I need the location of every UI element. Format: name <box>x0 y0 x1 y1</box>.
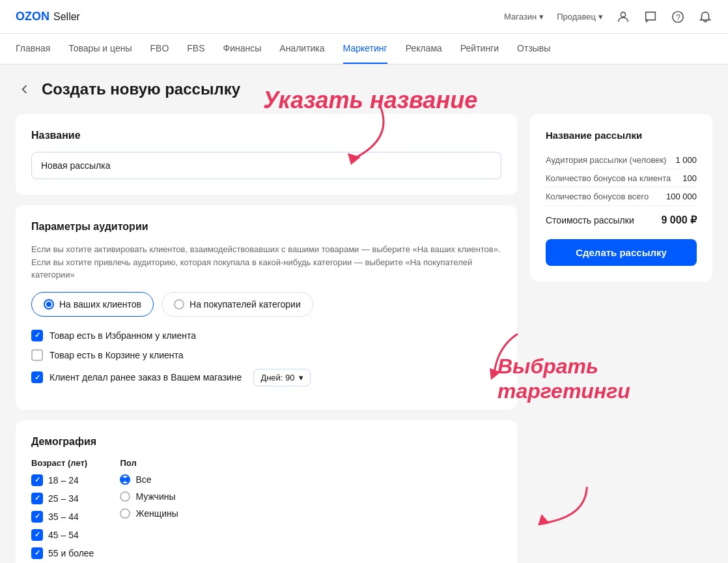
age-35-44: 35 – 44 <box>31 511 94 523</box>
age-25-34: 25 – 34 <box>31 493 94 504</box>
svg-text:?: ? <box>676 12 680 22</box>
audience-desc: Если вы хотите активировать клиентов, вз… <box>31 243 501 282</box>
audience-card: Параметры аудитории Если вы хотите актив… <box>16 205 517 410</box>
summary-row-audience: Аудитория рассылки (человек) 1 000 <box>546 151 697 169</box>
header: OZON Seller Магазин ▾ Продавец ▾ ? <box>0 0 728 34</box>
summary-bonuses-total-value: 100 000 <box>666 192 697 201</box>
checkbox-favorites-label: Товар есть в Избранном у клиента <box>49 330 196 341</box>
days-dropdown[interactable]: Дней: 90 ▾ <box>253 369 310 386</box>
age-45-54-checkbox[interactable] <box>31 529 43 541</box>
page-wrapper: Указать название Выбрать таргетинги Созд… <box>16 80 712 563</box>
nav-analytics[interactable]: Аналитика <box>279 34 324 64</box>
age-35-44-label: 35 – 44 <box>48 512 79 522</box>
svg-point-0 <box>621 12 625 16</box>
summary-card: Название рассылки Аудитория рассылки (че… <box>530 114 712 282</box>
gender-all-radio[interactable] <box>120 474 130 485</box>
gender-female: Женщины <box>120 508 178 519</box>
notification-icon[interactable] <box>698 10 712 24</box>
seller-menu[interactable]: Продавец ▾ <box>557 12 603 22</box>
radio-cat-label: На покупателей категории <box>189 299 301 310</box>
name-card: Название <box>16 114 517 195</box>
nav-home[interactable]: Главная <box>16 34 50 64</box>
demo-grid: Возраст (лет) 18 – 24 25 – 34 <box>31 458 501 564</box>
radio-category-customers[interactable]: На покупателей категории <box>161 292 313 317</box>
age-18-24: 18 – 24 <box>31 474 94 486</box>
age-18-24-checkbox[interactable] <box>31 474 43 486</box>
age-title: Возраст (лет) <box>31 458 94 468</box>
checkbox-favorites: Товар есть в Избранном у клиента <box>31 330 501 341</box>
page: Указать название Выбрать таргетинги Созд… <box>0 65 728 563</box>
summary-bonuses-total-label: Количество бонусов всего <box>546 192 649 201</box>
nav-fbs[interactable]: FBS <box>187 34 204 64</box>
days-chevron-icon: ▾ <box>299 373 303 383</box>
days-label: Дней: 90 <box>260 373 294 383</box>
gender-all: Все <box>120 474 178 485</box>
shop-menu[interactable]: Магазин ▾ <box>504 12 544 22</box>
radio-own-dot <box>44 299 54 310</box>
back-button[interactable] <box>16 80 34 98</box>
gender-all-label: Все <box>135 474 151 485</box>
checkbox-orders: Клиент делал ранее заказ в Вашем магазин… <box>31 369 501 386</box>
nav-marketing[interactable]: Маркетинг <box>343 34 387 64</box>
logo-seller: Seller <box>53 11 80 23</box>
nav: Главная Товары и цены FBO FBS Финансы Ан… <box>0 34 728 65</box>
age-55-plus-checkbox[interactable] <box>31 547 43 559</box>
checkbox-cart: Товар есть в Корзине у клиента <box>31 349 501 361</box>
audience-radio-group: На ваших клиентов На покупателей категор… <box>31 292 501 317</box>
gender-title: Пол <box>120 458 178 468</box>
demographics-card: Демография Возраст (лет) 18 – 24 25 – 34 <box>16 420 517 564</box>
left-column: Название Параметры аудитории Если вы хот… <box>16 114 517 563</box>
gender-male-radio[interactable] <box>120 491 130 502</box>
summary-title: Название рассылки <box>546 130 697 141</box>
cost-row: Стоимость рассылки 9 000 ₽ <box>546 214 697 226</box>
nav-fbo[interactable]: FBO <box>150 34 169 64</box>
nav-reviews[interactable]: Отзывы <box>517 34 550 64</box>
submit-button[interactable]: Сделать рассылку <box>546 239 697 266</box>
age-column: Возраст (лет) 18 – 24 25 – 34 <box>31 458 94 564</box>
nav-ads[interactable]: Реклама <box>406 34 442 64</box>
checkbox-cart-input[interactable] <box>31 349 43 361</box>
age-25-34-label: 25 – 34 <box>48 493 79 504</box>
summary-bonuses-per-label: Количество бонусов на клиента <box>546 173 671 183</box>
cost-label: Стоимость рассылки <box>546 215 634 225</box>
gender-female-label: Женщины <box>135 508 178 519</box>
age-55-plus-label: 55 и более <box>48 548 94 558</box>
nav-products[interactable]: Товары и цены <box>68 34 132 64</box>
logo-ozon: OZON <box>16 10 49 23</box>
user-icon[interactable] <box>616 10 630 24</box>
summary-bonuses-per-value: 100 <box>682 173 697 183</box>
demographics-title: Демография <box>31 436 501 448</box>
right-column: Название рассылки Аудитория рассылки (че… <box>530 114 712 563</box>
logo: OZON Seller <box>16 10 80 23</box>
checkbox-favorites-input[interactable] <box>31 330 43 341</box>
gender-male: Мужчины <box>120 491 178 502</box>
gender-male-label: Мужчины <box>135 491 175 502</box>
age-45-54: 45 – 54 <box>31 529 94 541</box>
content-layout: Название Параметры аудитории Если вы хот… <box>16 114 712 563</box>
age-25-34-checkbox[interactable] <box>31 493 43 504</box>
summary-audience-label: Аудитория рассылки (человек) <box>546 155 666 165</box>
radio-own-label: На ваших клиентов <box>59 299 141 310</box>
audience-title: Параметры аудитории <box>31 221 501 233</box>
summary-row-bonuses-total: Количество бонусов всего 100 000 <box>546 188 697 206</box>
nav-ratings[interactable]: Рейтинги <box>460 34 499 64</box>
gender-column: Пол Все Мужчины Женщины <box>120 458 178 564</box>
help-icon[interactable]: ? <box>671 10 685 24</box>
age-18-24-label: 18 – 24 <box>48 475 79 485</box>
radio-own-customers[interactable]: На ваших клиентов <box>31 292 154 317</box>
header-right: Магазин ▾ Продавец ▾ ? <box>504 10 712 24</box>
name-section-title: Название <box>31 130 501 141</box>
nav-finance[interactable]: Финансы <box>223 34 262 64</box>
radio-cat-dot <box>174 299 184 310</box>
chat-icon[interactable] <box>643 10 658 24</box>
checkbox-orders-label: Клиент делал ранее заказ в Вашем магазин… <box>49 372 242 383</box>
age-35-44-checkbox[interactable] <box>31 511 43 523</box>
summary-audience-value: 1 000 <box>675 155 697 165</box>
cost-value: 9 000 ₽ <box>662 214 697 226</box>
age-45-54-label: 45 – 54 <box>48 530 79 540</box>
name-input[interactable] <box>31 152 501 179</box>
checkbox-orders-input[interactable] <box>31 371 43 383</box>
page-header: Создать новую рассылку <box>16 80 712 98</box>
gender-female-radio[interactable] <box>120 508 130 519</box>
summary-row-bonuses-per: Количество бонусов на клиента 100 <box>546 169 697 188</box>
